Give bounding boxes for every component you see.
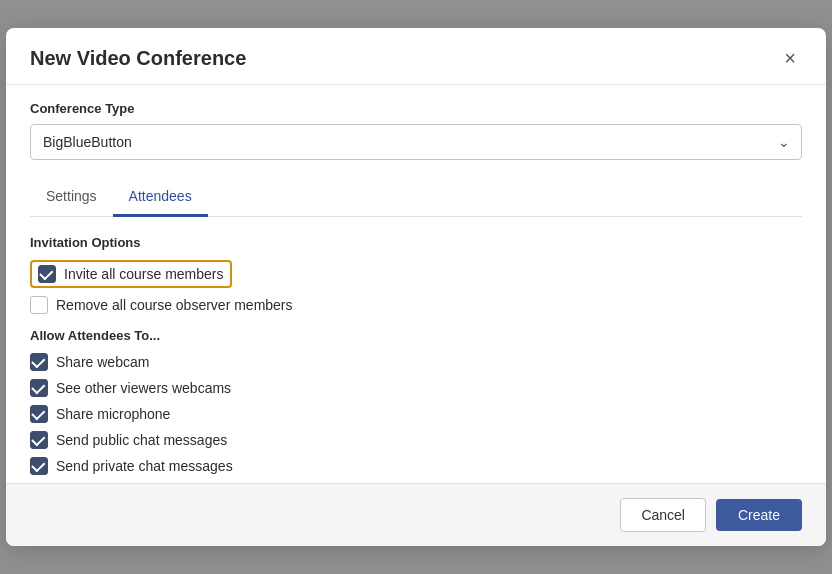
share-webcam-item: Share webcam	[30, 353, 802, 371]
private-chat-item: Send private chat messages	[30, 457, 802, 475]
allow-attendees-title: Allow Attendees To...	[30, 328, 802, 343]
see-webcams-checkbox[interactable]	[30, 379, 48, 397]
tab-settings[interactable]: Settings	[30, 178, 113, 217]
share-microphone-checkbox[interactable]	[30, 405, 48, 423]
conference-type-select-wrapper: BigBlueButton ⌄	[30, 124, 802, 160]
invite-all-checkbox[interactable]	[38, 265, 56, 283]
public-chat-checkbox[interactable]	[30, 431, 48, 449]
modal-body: Conference Type BigBlueButton ⌄ Settings…	[6, 85, 826, 483]
invite-all-label: Invite all course members	[64, 266, 224, 282]
invitation-options-section: Invitation Options Invite all course mem…	[30, 235, 802, 314]
remove-observer-checkbox[interactable]	[30, 296, 48, 314]
public-chat-label: Send public chat messages	[56, 432, 227, 448]
private-chat-label: Send private chat messages	[56, 458, 233, 474]
allow-attendees-section: Allow Attendees To... Share webcam See o…	[30, 328, 802, 475]
public-chat-item: Send public chat messages	[30, 431, 802, 449]
modal-header: New Video Conference ×	[6, 28, 826, 85]
modal-overlay: New Video Conference × Conference Type B…	[0, 0, 832, 574]
see-webcams-label: See other viewers webcams	[56, 380, 231, 396]
remove-observer-label: Remove all course observer members	[56, 297, 293, 313]
share-microphone-item: Share microphone	[30, 405, 802, 423]
tab-attendees[interactable]: Attendees	[113, 178, 208, 217]
conference-type-select[interactable]: BigBlueButton	[30, 124, 802, 160]
share-webcam-checkbox[interactable]	[30, 353, 48, 371]
see-webcams-item: See other viewers webcams	[30, 379, 802, 397]
invitation-options-title: Invitation Options	[30, 235, 802, 250]
share-microphone-label: Share microphone	[56, 406, 170, 422]
modal-footer: Cancel Create	[6, 483, 826, 546]
modal-title: New Video Conference	[30, 47, 246, 70]
tabs-bar: Settings Attendees	[30, 178, 802, 217]
modal: New Video Conference × Conference Type B…	[6, 28, 826, 546]
private-chat-checkbox[interactable]	[30, 457, 48, 475]
share-webcam-label: Share webcam	[56, 354, 149, 370]
remove-observer-item: Remove all course observer members	[30, 296, 802, 314]
close-button[interactable]: ×	[778, 46, 802, 70]
conference-type-label: Conference Type	[30, 101, 802, 116]
cancel-button[interactable]: Cancel	[620, 498, 706, 532]
invite-all-wrapper: Invite all course members	[30, 260, 232, 288]
create-button[interactable]: Create	[716, 499, 802, 531]
